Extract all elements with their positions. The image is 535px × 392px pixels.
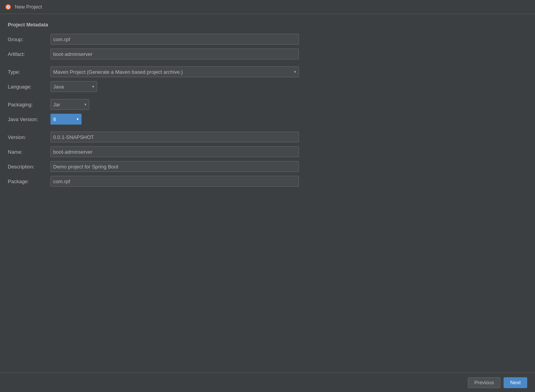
packaging-select-wrapper: Jar War <box>50 99 89 110</box>
description-label: Description: <box>8 164 50 170</box>
java-version-row: Java Version: 8 11 17 21 ▼ <box>8 114 527 125</box>
svg-point-2 <box>7 6 9 8</box>
java-version-select[interactable]: 8 11 17 21 <box>50 114 82 125</box>
type-select[interactable]: Maven Project (Generate a Maven based pr… <box>50 66 299 77</box>
language-label: Language: <box>8 84 50 90</box>
window-title: New Project <box>15 4 42 10</box>
footer: Previous Next <box>0 373 535 392</box>
new-project-dialog: New Project Project Metadata Group: Arti… <box>0 0 535 392</box>
language-select[interactable]: Java Kotlin Groovy <box>50 81 97 92</box>
package-label: Package: <box>8 179 50 184</box>
section-title: Project Metadata <box>8 22 527 28</box>
artifact-input[interactable] <box>50 49 299 59</box>
version-label: Version: <box>8 134 50 140</box>
group-row: Group: <box>8 34 527 45</box>
previous-button[interactable]: Previous <box>468 377 501 388</box>
type-select-wrapper: Maven Project (Generate a Maven based pr… <box>50 66 299 77</box>
packaging-row: Packaging: Jar War <box>8 99 527 110</box>
type-row: Type: Maven Project (Generate a Maven ba… <box>8 66 527 77</box>
title-bar: New Project <box>0 0 535 14</box>
package-row: Package: <box>8 176 527 187</box>
version-input[interactable] <box>50 132 299 142</box>
description-input[interactable] <box>50 161 299 172</box>
group-input[interactable] <box>50 34 299 45</box>
language-row: Language: Java Kotlin Groovy <box>8 81 527 92</box>
java-version-select-wrapper: 8 11 17 21 ▼ <box>50 114 82 125</box>
group-label: Group: <box>8 36 50 42</box>
packaging-select[interactable]: Jar War <box>50 99 89 110</box>
version-row: Version: <box>8 132 527 142</box>
java-version-label: Java Version: <box>8 116 50 122</box>
artifact-label: Artifact: <box>8 51 50 57</box>
type-label: Type: <box>8 69 50 75</box>
language-select-wrapper: Java Kotlin Groovy <box>50 81 97 92</box>
package-input[interactable] <box>50 176 299 187</box>
name-input[interactable] <box>50 146 299 157</box>
content-area: Project Metadata Group: Artifact: Type: … <box>0 14 535 373</box>
app-icon <box>5 3 12 10</box>
name-row: Name: <box>8 146 527 157</box>
next-button[interactable]: Next <box>504 377 527 388</box>
description-row: Description: <box>8 161 527 172</box>
name-label: Name: <box>8 149 50 155</box>
artifact-row: Artifact: <box>8 49 527 59</box>
packaging-label: Packaging: <box>8 102 50 108</box>
